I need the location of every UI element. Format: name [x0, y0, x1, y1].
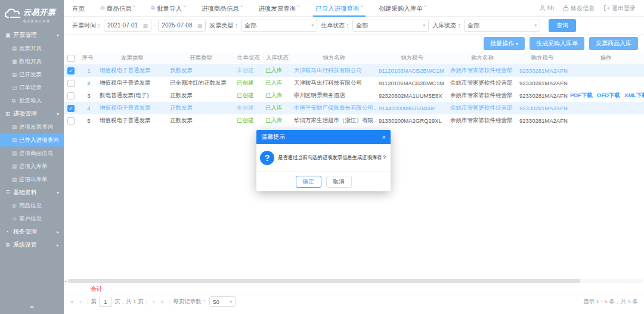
tab-创建采购入库单[interactable]: 创建采购入库单× [379, 0, 426, 17]
row-checkbox[interactable]: ✓ [67, 67, 75, 74]
batch-actions-button[interactable]: 批量操作▾ [484, 37, 525, 50]
brand-name: 云易开票 [23, 7, 55, 18]
close-icon[interactable]: × [424, 4, 427, 9]
user-menu[interactable]: hh [539, 5, 554, 11]
tab-批量导入[interactable]: ⧉批量导入× [151, 0, 186, 17]
prev-page-button[interactable]: ‹ [80, 299, 82, 305]
doc-icon: ▤ [12, 150, 19, 156]
date-to-input[interactable]: 2025-07-08 ▦ [158, 20, 206, 32]
sidebar-item-订单记录[interactable]: ◳订单记录 [0, 81, 64, 94]
column-header-销方税号: 销方税号 [376, 54, 448, 62]
sidebar-item-客户信息[interactable]: ☺客户信息 [0, 212, 64, 225]
close-icon[interactable]: × [240, 4, 243, 9]
row-seq: 4 [78, 105, 97, 111]
row-checkbox-cell [64, 80, 78, 87]
sidebar-item-发票开具[interactable]: ▤发票开具 [0, 42, 64, 55]
generate-purchase-inbound-button[interactable]: 生成采购入库单 [530, 37, 584, 50]
sidebar-item-已开发票[interactable]: ▥已开发票 [0, 68, 64, 81]
table-row[interactable]: ✓4增值税电子普通发票正数发票未创建已入库中国平安财产保险股份有限公司...91… [64, 102, 644, 114]
invoice-type-cell: 增值税电子普通发票 [97, 117, 168, 125]
buyer-tax-cell: 92330281MA2AFN [517, 117, 568, 124]
sidebar-menu: ▣开票管理▾▤发票开具▦数电开具▥已开发票◳订单记录⧉批量导入⊞进项管理▾▤进项… [0, 29, 64, 251]
table-row[interactable]: 5增值税电子普通发票正数发票已创建已入库华润万家生活超市（浙江）有限...913… [64, 114, 644, 127]
pagination-bar: « ‹ | 第 1 页，共 1 页 | › » | 每页记录数： 50 ▾ 显示… [64, 294, 644, 309]
filter-bar: 开票时间： 2021-07-01 ▦ - 2025-07-08 ▦ 发票类型： … [64, 17, 644, 35]
edit-info-button[interactable]: 修改信息 [563, 4, 595, 13]
invoice-type-select[interactable]: 全部 ▾ [241, 20, 317, 32]
page-suffix-label: 页，共 1 页 [114, 298, 144, 306]
sidebar-item-进项入库单[interactable]: ▤进项入库单 [0, 160, 64, 173]
pagination-divider: | [145, 299, 147, 305]
stock-status-label: 入库状态： [432, 21, 462, 30]
sidebar-item-进项发票查询[interactable]: ▤进项发票查询 [0, 120, 64, 133]
tab-商品信息[interactable]: ◎商品信息× [100, 0, 136, 17]
tab-进项发票查询[interactable]: 进项发票查询× [258, 0, 300, 17]
invoice-goods-inbound-button[interactable]: 发票商品入库 [589, 37, 638, 50]
column-header-开票类型: 开票类型 [168, 54, 234, 62]
confirm-button[interactable]: 确定 [296, 176, 321, 188]
sidebar-item-label: 进项商品信息 [19, 150, 53, 157]
sidebar-group-基础资料[interactable]: ☰基础资料▾ [0, 186, 64, 199]
next-page-button[interactable]: › [153, 299, 154, 305]
sidebar-group-进项管理[interactable]: ⊞进项管理▾ [0, 107, 64, 120]
scrollbar-track[interactable] [68, 279, 643, 283]
download-link-OFD下载[interactable]: OFD下载 [597, 92, 620, 98]
close-icon[interactable]: × [133, 4, 136, 9]
row-checkbox[interactable] [67, 92, 75, 100]
order-status-cell: 未创建 [234, 67, 263, 74]
per-page-label: 每页记录数： [173, 298, 207, 306]
close-icon[interactable]: × [183, 4, 186, 9]
column-header-入库状态: 入库状态 [263, 54, 292, 62]
sidebar-group-开票管理[interactable]: ▣开票管理▾ [0, 29, 64, 42]
sidebar-group-税务管理[interactable]: ◔税务管理▸ [0, 225, 64, 238]
buyer-tax-cell: 92330281MA2AFN [517, 92, 568, 99]
row-checkbox[interactable]: ✓ [67, 105, 75, 112]
row-checkbox[interactable] [67, 117, 75, 125]
seller-tax-cell: 91440000890350458F [376, 105, 448, 111]
table-row[interactable]: ✓1增值税电子普通发票负数发票未创建已入库天津鞍马出行科技有限公司9112010… [64, 64, 644, 77]
lock-icon [563, 5, 569, 11]
invoice-manage-icon: ▣ [5, 32, 13, 38]
calendar-icon: ▦ [197, 23, 203, 29]
logout-button[interactable]: 退出登录 [603, 4, 636, 13]
query-button[interactable]: 查询 [549, 19, 576, 32]
tab-已导入进项查询[interactable]: 已导入进项查询× [315, 0, 363, 17]
table-row[interactable]: 3数电普通发票(电子)正数发票已创建已入库崇川区明景商务酒店92320602MA… [64, 89, 644, 102]
first-page-button[interactable]: « [70, 299, 74, 305]
dialog-body: ? 是否通过当前勾选的进项发票信息生成进项库存？ [256, 144, 391, 172]
sidebar-group-系统设置[interactable]: ⚙系统设置▸ [0, 238, 64, 251]
tab-label: 已导入进项查询 [315, 5, 360, 13]
customer-icon: ☺ [12, 216, 19, 222]
close-icon[interactable]: × [297, 4, 300, 9]
sidebar-item-批量导入[interactable]: ⧉批量导入 [0, 94, 64, 107]
sidebar-item-进项商品信息[interactable]: ▤进项商品信息 [0, 147, 64, 160]
select-all-checkbox[interactable] [67, 55, 75, 62]
invoice-type-label: 发票类型： [209, 21, 239, 30]
tab-进项商品信息[interactable]: 进项商品信息× [202, 0, 243, 17]
tab-首页[interactable]: 首页 [72, 0, 85, 17]
sidebar-item-商品信息[interactable]: ◎商品信息 [0, 199, 64, 212]
order-status-select[interactable]: 全部 ▾ [352, 20, 429, 32]
sidebar-collapse-button[interactable]: ≡ [0, 304, 64, 311]
last-page-button[interactable]: » [160, 299, 164, 305]
date-range-label: 开票时间： [72, 21, 102, 30]
table-row[interactable]: 2增值税电子普通发票已全额冲红的正数发票已创建已入库天津鞍马出行科技有限公司91… [64, 77, 644, 89]
close-icon[interactable]: × [360, 4, 363, 9]
tab-label: 批量导入 [157, 5, 182, 13]
close-icon[interactable]: × [382, 133, 386, 141]
date-from-input[interactable]: 2021-07-01 ▦ [104, 20, 151, 32]
dialog-header: 温馨提示 × [256, 130, 391, 144]
download-link-XML下载[interactable]: XML下载 [624, 92, 644, 98]
page-number-input[interactable]: 1 [99, 297, 112, 307]
download-link-PDF下载[interactable]: PDF下载 [570, 92, 593, 98]
sidebar-item-数电开具[interactable]: ▦数电开具 [0, 55, 64, 68]
per-page-select[interactable]: 50 ▾ [209, 296, 236, 307]
sidebar-item-已导入进项查询[interactable]: ▤已导入进项查询 [0, 133, 64, 147]
row-checkbox[interactable] [67, 80, 75, 87]
sidebar-item-进项出库单[interactable]: ▤进项出库单 [0, 173, 64, 186]
cancel-button[interactable]: 取消 [326, 176, 352, 188]
invoice-type-cell: 增值税电子普通发票 [97, 79, 168, 87]
scrollbar-thumb[interactable] [68, 279, 580, 283]
scroll-left-icon[interactable]: ◂ [64, 278, 67, 284]
stock-status-select[interactable]: 全部 ▾ [464, 20, 540, 32]
